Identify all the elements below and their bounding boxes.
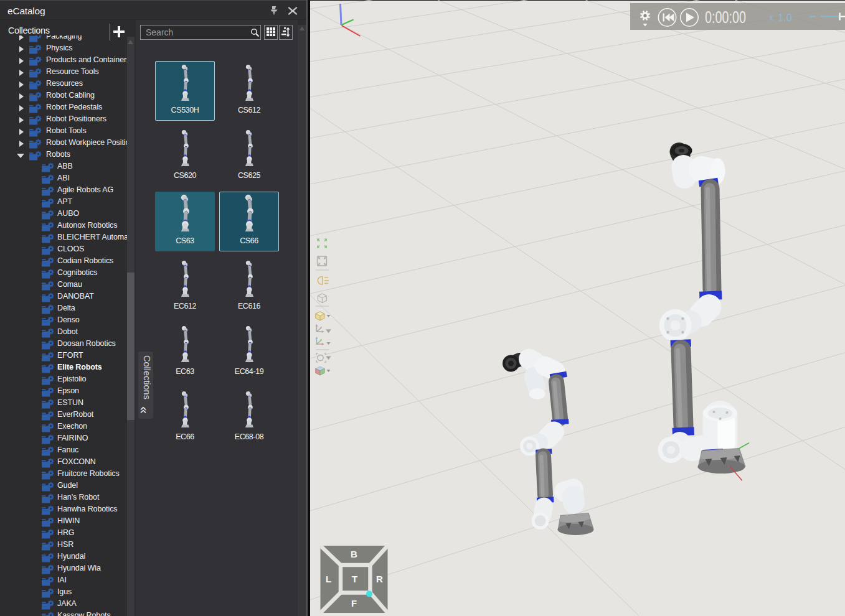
svg-text:1.0: 1.0 (778, 12, 792, 23)
svg-text:0:00:00: 0:00:00 (705, 8, 746, 27)
svg-text:x: x (769, 12, 773, 22)
